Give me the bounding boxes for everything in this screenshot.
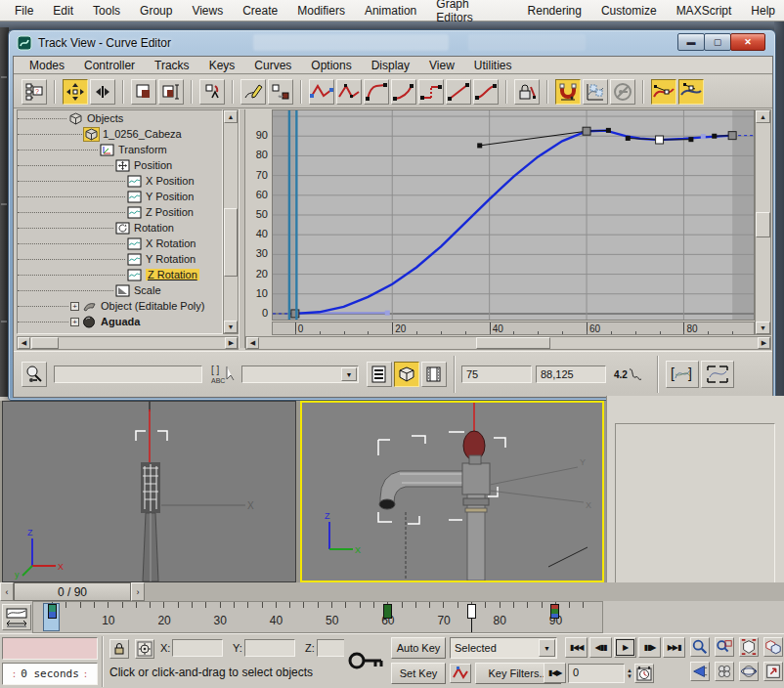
x-coord-field[interactable] [172,639,223,657]
scroll-arrow[interactable]: ◀ [246,337,259,349]
scroll-thumb[interactable] [476,337,550,349]
main-menu-tools[interactable]: Tools [84,1,129,21]
track-set-dropdown[interactable]: ▼ [241,366,359,383]
scroll-arrow[interactable]: ▲ [224,110,238,123]
absolute-mode-toggle[interactable] [135,639,154,659]
scroll-thumb[interactable] [224,208,238,277]
maximize-button[interactable]: ▢ [704,33,731,51]
frame-spinner[interactable]: ▲▼ [627,667,632,679]
minimize-button[interactable]: ▬ [677,33,705,51]
time-configuration-button[interactable] [634,664,654,683]
listener-output[interactable]: :0 seconds: [2,663,98,685]
tree-expand-toggle[interactable]: + [70,318,79,326]
main-menu-edit[interactable]: Edit [44,1,82,21]
key-value-field[interactable]: 88,125 [536,366,606,383]
tree-row[interactable]: Transform [18,142,222,157]
tree-row[interactable]: Rotation [18,220,222,236]
scroll-thumb[interactable] [31,337,59,349]
tree-label-z-rotation[interactable]: Z Rotation [146,269,199,280]
next-frame-button[interactable]: ▮▮▶ [638,637,661,658]
main-menu-rendering[interactable]: Rendering [519,1,590,21]
tv-menu-tracks[interactable]: Tracks [147,57,197,74]
curve-scrollbar[interactable]: ▲▼ [755,109,771,335]
draw-curves-button[interactable] [240,79,266,105]
set-tangents-fast-button[interactable] [364,79,389,105]
add-keys-button[interactable] [199,79,225,105]
tv-menu-curves[interactable]: Curves [246,57,299,74]
right-viewport-active[interactable]: Y X Z X [300,401,604,582]
default-in-out-tangents-button[interactable] [450,664,471,683]
track-set-name-input[interactable] [54,366,202,383]
scroll-arrow[interactable]: ▶ [225,337,238,349]
previous-frame-button[interactable]: ◀▮▮ [589,637,612,658]
tree-label-object-editable-poly-[interactable]: Object (Editable Poly) [101,300,204,312]
tree-expand-toggle[interactable]: + [70,302,79,311]
track-view-titlebar[interactable]: Track View - Curve Editor ▬▢✕ [9,30,775,56]
arc-rotate-button[interactable] [739,662,759,681]
horizontal-scrollbars[interactable]: ◀▶◀▶ [14,336,772,350]
tv-menu-utilities[interactable]: Utilities [466,57,520,74]
left-viewport[interactable]: X Z X y [2,401,296,582]
show-tangents-button[interactable] [651,79,676,105]
current-frame-field[interactable]: 0 [568,664,625,683]
pan-button[interactable] [715,662,734,681]
tree-row[interactable]: +Object (Editable Poly) [18,298,222,314]
show-keyable-button[interactable] [610,79,635,105]
auto-key-button[interactable]: Auto Key [391,637,446,659]
tv-menu-options[interactable]: Options [303,57,359,74]
go-to-end-button[interactable]: ▶▶▮ [663,637,685,658]
tree-row[interactable]: X Position [18,173,222,189]
tree-row[interactable]: Objects [18,110,222,126]
tv-menu-controller[interactable]: Controller [76,57,143,74]
curve-hscrollbar[interactable]: ◀▶ [245,336,771,350]
tree-label-y-rotation[interactable]: Y Rotation [146,253,196,265]
scroll-thumb[interactable] [756,212,770,237]
dropdown-arrow-icon[interactable]: ▼ [539,639,555,657]
set-key-button[interactable]: Set Key [391,663,446,684]
set-key-big-button[interactable] [344,636,389,685]
trackbar-key[interactable] [550,604,559,619]
dropdown-arrow-icon[interactable]: ▼ [341,367,357,381]
scroll-arrow[interactable]: ▶ [758,337,770,349]
main-menu-animation[interactable]: Animation [356,1,425,21]
key-time-field[interactable]: 75 [461,366,532,383]
tree-label-transform[interactable]: Transform [118,144,167,155]
zoom-selected-object-button[interactable] [22,362,47,387]
zoom-value-extents-button[interactable] [701,361,734,388]
set-tangents-linear-button[interactable] [446,79,471,105]
scroll-arrow[interactable]: ◀ [18,337,30,349]
close-button[interactable]: ✕ [730,33,765,51]
track-bar-ruler[interactable]: 102030405060708090 [32,601,603,633]
time-slider-prev-button[interactable]: ‹ [0,582,14,601]
tree-row[interactable]: Y Position [18,189,222,204]
show-track-list-button[interactable] [367,362,392,387]
edit-track-set-icon[interactable]: [ ]ABC [210,363,236,386]
controller-tree[interactable]: Objects1_0256_CabezaTransformPositionX P… [17,109,223,334]
selection-set-dropdown[interactable]: Selected ▼ [450,637,557,659]
maximize-viewport-button[interactable] [763,662,783,681]
main-menu-customize[interactable]: Customize [592,1,666,21]
key-mode-toggle[interactable]: ▮◀▶ [544,663,566,683]
tree-row[interactable]: Scale [18,282,222,298]
tv-menu-view[interactable]: View [421,57,462,74]
y-coord-field[interactable] [244,639,295,657]
zoom-button[interactable] [690,637,710,657]
tree-row[interactable]: Z Rotation [18,267,222,282]
snap-frames-button[interactable] [555,79,581,105]
tree-row[interactable]: Z Position [18,204,222,220]
time-ruler[interactable]: 020406080 [272,322,755,335]
tree-label-x-position[interactable]: X Position [146,175,195,187]
set-tangents-custom-button[interactable] [336,79,362,105]
tv-menu-keys[interactable]: Keys [201,57,243,74]
zoom-region-button[interactable] [690,662,710,681]
scroll-arrow[interactable]: ▼ [756,322,770,334]
main-menu-views[interactable]: Views [183,1,232,21]
tree-row[interactable]: Y Rotation [18,251,222,267]
move-keys-button[interactable] [63,79,88,105]
zoom-all-button[interactable] [715,637,734,657]
tree-label-1-0256-cabeza[interactable]: 1_0256_Cabeza [103,128,182,140]
main-menu-group[interactable]: Group [131,1,181,21]
play-button[interactable]: ▶ [614,637,636,658]
lock-selection-button[interactable] [514,79,540,105]
tree-hscrollbar[interactable]: ◀▶ [17,336,239,350]
